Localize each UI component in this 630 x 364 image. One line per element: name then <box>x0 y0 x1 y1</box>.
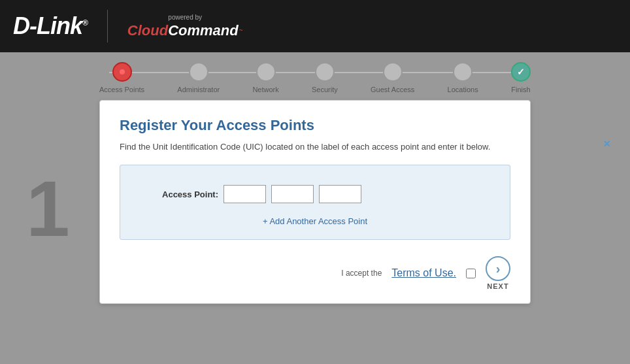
step-item-guest-access[interactable]: Guest Access <box>371 62 414 93</box>
uic-input-1[interactable] <box>224 185 266 203</box>
access-point-label: Access Point: <box>133 190 218 199</box>
step-item-security[interactable]: Security <box>312 62 338 93</box>
step-circle-security <box>315 62 335 82</box>
step-label-network: Network <box>252 86 278 93</box>
step-label-finish: Finish <box>511 86 530 93</box>
step-label-administrator: Administrator <box>177 86 220 93</box>
header: D-Link® powered by Cloud Command ~ <box>0 0 630 52</box>
step-circle-locations <box>453 62 472 82</box>
step-item-network[interactable]: Network <box>252 62 278 93</box>
next-label: NEXT <box>487 282 508 290</box>
add-another-link[interactable]: + Add Another Access Point <box>133 216 497 226</box>
command-text: Command <box>168 22 239 39</box>
card: Register Your Access Points Find the Uni… <box>99 100 531 304</box>
registered-mark: ® <box>82 18 88 27</box>
main-content: 1 × Access Points Administrator Network … <box>0 52 630 364</box>
terms-text: I accept the <box>341 269 382 278</box>
next-circle-icon: › <box>486 256 510 281</box>
step-label-locations: Locations <box>448 86 478 93</box>
card-description: Find the Unit Identification Code (UIC) … <box>120 142 510 152</box>
next-button[interactable]: › NEXT <box>486 256 510 290</box>
step-item-access-points[interactable]: Access Points <box>99 62 144 93</box>
access-point-row: Access Point: <box>133 185 497 203</box>
cloud-command-logo: powered by Cloud Command ~ <box>127 14 243 39</box>
step-item-locations[interactable]: Locations <box>448 62 478 93</box>
step-item-administrator[interactable]: Administrator <box>177 62 220 93</box>
step-circle-network <box>256 62 276 82</box>
close-button[interactable]: × <box>603 137 610 151</box>
step-label-guest-access: Guest Access <box>371 86 414 93</box>
step-circle-guest-access <box>383 62 403 82</box>
terms-checkbox[interactable] <box>466 269 476 278</box>
logo-divider <box>107 10 108 42</box>
step-number: 1 <box>26 169 70 248</box>
tilde-mark: ~ <box>239 27 243 34</box>
terms-of-use-link[interactable]: Terms of Use. <box>391 267 456 279</box>
card-title: Register Your Access Points <box>120 117 510 134</box>
step-circle-access-points <box>112 62 132 82</box>
step-circle-administrator <box>189 62 208 82</box>
step-label-security: Security <box>312 86 338 93</box>
cloud-text: Cloud <box>127 22 168 39</box>
inner-box: Access Point: + Add Another Access Point <box>120 165 510 240</box>
dlink-logo: D-Link® <box>13 12 88 40</box>
step-item-finish[interactable]: Finish <box>511 62 531 93</box>
card-footer: I accept the Terms of Use. › NEXT <box>120 253 510 290</box>
step-circle-finish <box>511 62 531 82</box>
step-progress: Access Points Administrator Network Secu… <box>99 62 531 93</box>
powered-by-text: powered by <box>168 14 202 21</box>
wizard-container: Access Points Administrator Network Secu… <box>90 62 540 304</box>
uic-input-3[interactable] <box>319 185 361 203</box>
uic-input-2[interactable] <box>271 185 314 203</box>
step-label-access-points: Access Points <box>99 86 144 93</box>
